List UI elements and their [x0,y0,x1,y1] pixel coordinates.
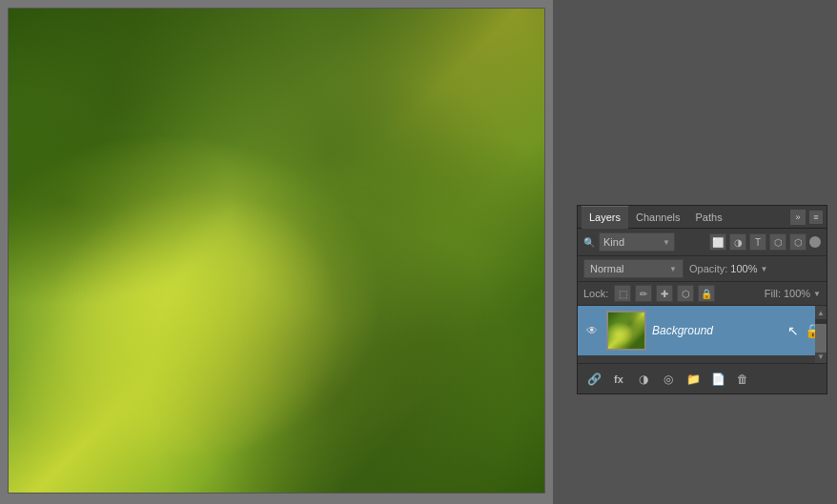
new-layer-icon: 📄 [711,373,725,386]
lock-transparency-btn[interactable]: ⬚ [614,285,631,302]
delete-layer-button[interactable]: 🗑 [732,369,753,390]
link-icon: 🔗 [587,373,602,386]
blend-mode-label: Normal [590,263,623,274]
fx-label: fx [614,373,623,385]
layer-toolbar: 🔗 fx ◑ ◎ 📁 📄 🗑 [578,363,827,393]
kind-filter-arrow: ▼ [663,238,670,247]
tab-layers-label: Layers [589,212,621,223]
folder-icon: 📁 [686,373,701,386]
layer-thumbnail [606,311,646,351]
lock-transparency-icon: ⬚ [619,289,627,299]
filter-shape-btn[interactable]: ⬡ [769,233,786,251]
kind-filter-select[interactable]: Kind ▼ [599,232,675,252]
layer-cursor-icon: ↖ [787,323,799,338]
filter-text-btn[interactable]: T [749,233,766,251]
filter-adjust-icon: ◑ [734,237,743,248]
tab-channels-label: Channels [636,212,680,223]
layer-item-background[interactable]: 👁 Background ↖ 🔒 [578,306,827,355]
link-layers-button[interactable]: 🔗 [583,369,604,390]
filter-text-icon: T [755,237,761,248]
panel-expand-button[interactable]: » [790,210,806,225]
blend-mode-arrow: ▼ [669,265,677,273]
tab-paths-label: Paths [696,212,723,223]
filter-smartobj-icon: ⬡ [794,237,803,248]
opacity-label: Opacity: [689,263,727,274]
panel-extras: » ≡ [790,210,823,225]
filter-search-icon: 🔍 [583,237,595,248]
new-group-button[interactable]: 📁 [683,369,704,390]
eye-icon: 👁 [586,324,598,337]
filter-pixel-btn[interactable]: ⬜ [709,233,726,251]
lock-all-icon: 🔒 [701,289,712,299]
layer-scrollbar: ▲ ▼ [815,306,827,363]
filter-adjust-btn[interactable]: ◑ [729,233,746,251]
lock-artboard-icon: ⬡ [682,289,690,299]
blend-mode-select[interactable]: Normal ▼ [583,259,684,278]
tab-channels[interactable]: Channels [628,206,687,229]
kind-filter-label: Kind [603,236,624,248]
lock-paint-btn[interactable]: ✏ [635,285,652,302]
add-mask-button[interactable]: ◑ [633,369,654,390]
panel-tabs-row: Layers Channels Paths » ≡ [578,206,827,229]
filter-pixel-icon: ⬜ [712,237,724,248]
layer-name: Background [652,324,782,337]
adjustment-icon: ◎ [663,373,673,386]
lock-row: Lock: ⬚ ✏ ✚ ⬡ 🔒 Fill: 100% ▼ [578,282,827,306]
filter-toggle-dot[interactable] [809,236,821,248]
layer-fx-button[interactable]: fx [608,369,629,390]
layers-panel: Layers Channels Paths » ≡ 🔍 Kind ▼ ⬜ ◑ T [577,205,827,394]
leaf-image [9,9,544,493]
mask-icon: ◑ [639,373,648,386]
tab-layers[interactable]: Layers [582,206,628,229]
tab-paths[interactable]: Paths [688,206,730,229]
fill-control: Fill: 100% ▼ [765,288,821,299]
opacity-arrow: ▼ [761,265,768,273]
adjustment-layer-button[interactable]: ◎ [658,369,679,390]
lock-label: Lock: [583,288,608,299]
scroll-thumb [815,324,827,353]
lock-position-btn[interactable]: ✚ [656,285,673,302]
scroll-track [815,319,827,350]
layer-list: 👁 Background ↖ 🔒 ▲ ▼ [578,306,827,363]
lock-all-btn[interactable]: 🔒 [698,285,715,302]
lock-position-icon: ✚ [661,289,668,299]
filter-shape-icon: ⬡ [774,237,783,248]
fill-value[interactable]: 100% [784,288,810,299]
opacity-control: Opacity: 100% ▼ [689,263,767,274]
new-layer-button[interactable]: 📄 [707,369,728,390]
layer-visibility-toggle[interactable]: 👁 [583,322,601,339]
blend-row: Normal ▼ Opacity: 100% ▼ [578,256,827,282]
opacity-value[interactable]: 100% [730,263,757,274]
filter-icons: ⬜ ◑ T ⬡ ⬡ [709,233,821,251]
fill-label: Fill: [765,288,781,299]
panel-menu-button[interactable]: ≡ [809,211,823,224]
lock-paint-icon: ✏ [640,289,647,299]
image-frame [8,8,545,494]
scroll-up-btn[interactable]: ▲ [815,306,827,319]
trash-icon: 🗑 [737,373,748,386]
fill-arrow: ▼ [813,290,821,298]
filter-smartobj-btn[interactable]: ⬡ [789,233,806,251]
filter-row: 🔍 Kind ▼ ⬜ ◑ T ⬡ ⬡ [578,229,827,256]
canvas-area [0,0,553,504]
lock-artboard-btn[interactable]: ⬡ [677,285,694,302]
